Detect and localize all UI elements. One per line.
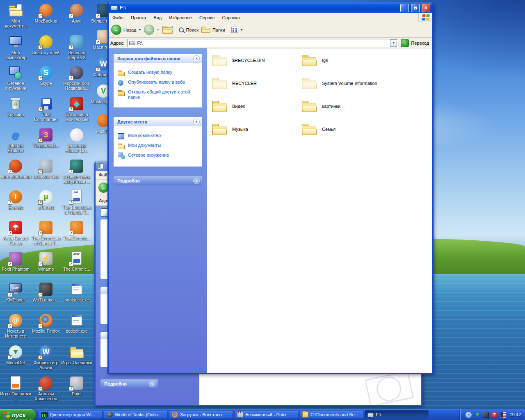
desktop-icon-serdtse-tmy[interactable]: ↗Сердце тьмы. Запретный ... xyxy=(61,159,92,184)
desktop-icon-zov-dzhunglej[interactable]: ↗Зов джунглей xyxy=(30,35,62,55)
taskbar-button[interactable]: Диспетчер задач Wi... xyxy=(39,410,103,419)
desktop-icon-chronic-mkv[interactable]: .mkv↗The.Chronic... xyxy=(61,251,92,272)
desktop-icon-winamp[interactable]: ⚡↗Winamp xyxy=(30,251,62,272)
task-link[interactable]: Открыть общий доступ к этой папке xyxy=(118,89,200,100)
taskbar-button[interactable]: C:\Documents and Se... xyxy=(299,410,363,419)
forward-button[interactable]: → ▼ xyxy=(144,25,159,35)
close-button[interactable]: × xyxy=(422,4,430,12)
panel-header[interactable]: Другие места∧ xyxy=(114,117,202,126)
desktop-icon-almazy-khameleona[interactable]: ↗Алмазы Хамелеона xyxy=(30,376,62,401)
clock[interactable]: 19:42 xyxy=(509,412,521,417)
task-link[interactable]: Опубликовать папку в вебе xyxy=(118,80,200,86)
desktop-icon-avira-control-center[interactable]: ☂↗Avira Control Center xyxy=(0,221,31,246)
desktop-icon-mozilla-firefox[interactable]: ↗Mozilla Firefox xyxy=(30,313,62,333)
desktop-icon-label: Total Commander xyxy=(30,112,62,122)
search-button[interactable]: Поиск xyxy=(179,27,198,32)
menu-item[interactable]: Правка xyxy=(127,14,150,21)
share-folder-icon xyxy=(118,89,125,96)
app-tray-icon[interactable] xyxy=(483,412,489,418)
details-panel-header[interactable]: Подробно ∨ xyxy=(100,379,158,388)
desktop-icon-recycle-bin[interactable]: ♻Корзина xyxy=(0,97,31,117)
games-odevalki-folder-icon xyxy=(70,346,84,359)
maximize-button[interactable] xyxy=(411,4,420,12)
taskbar-button[interactable]: Загрузка - Восстано... xyxy=(169,410,233,419)
go-button[interactable]: → Переход xyxy=(401,39,431,47)
up-button[interactable]: ↑ xyxy=(162,25,173,34)
desktop-icon-nero-startsmart[interactable]: ↗Nero StartSmart xyxy=(0,159,31,179)
task-link[interactable]: Создать новую папку xyxy=(118,70,200,76)
folder-item[interactable]: Igri xyxy=(301,52,390,68)
panel-header[interactable]: Задачи для файлов и папок∧ xyxy=(114,54,202,63)
menu-item[interactable]: Избранное xyxy=(165,14,196,21)
desktop-icon-mozbackup[interactable]: ↗MozBackup xyxy=(30,3,62,23)
avira-tray-icon[interactable]: ☂ xyxy=(491,412,498,418)
desktop-icon-internet-explorer[interactable]: eInternet Explorer xyxy=(0,128,31,153)
views-button[interactable]: ▼ xyxy=(231,27,243,33)
desktop-icon-chronic-installer[interactable]: ↗The.Chronic... xyxy=(61,221,92,241)
taskbar-button[interactable]: F:\ xyxy=(365,410,429,419)
menu-item[interactable]: Файл xyxy=(109,14,127,21)
address-input[interactable]: F:\ ▼ xyxy=(127,39,399,47)
desktop-icon-alawar-games-factory[interactable]: W↗Фабрика игр Alawar xyxy=(30,345,62,370)
desktop-icon-narnia-installer[interactable]: ↗The Chronicles of Narnia T... xyxy=(30,221,62,246)
start-button[interactable]: пуск xyxy=(0,409,36,420)
desktop-icon-network-places[interactable]: Сетевое окружение xyxy=(0,66,31,91)
desktop-icon-uninstall-tool[interactable]: ↗Uninstall Tool xyxy=(30,159,62,179)
desktop-icon-kmplayer[interactable]: KMP↗KMPlayer xyxy=(0,282,31,302)
folder-item[interactable]: Музыка xyxy=(212,121,300,137)
desktop-icon-games-odevalki-file[interactable]: Игры Одевалки ... xyxy=(0,376,31,401)
desktop-icon-my-computer[interactable]: Мой компьютер xyxy=(0,35,31,60)
shortcut-arrow-icon: ↗ xyxy=(38,107,43,112)
desktop-icon-foxit-phantom[interactable]: ↗Foxit Phantom xyxy=(0,251,31,272)
shortcut-arrow-icon: ↗ xyxy=(69,262,73,266)
folder-item[interactable]: System Volume Information xyxy=(301,75,390,91)
my-computer-icon xyxy=(118,133,125,139)
taskbar-button[interactable]: Безымянный - Paint xyxy=(234,410,298,419)
desktop-icon-narnia-avi[interactable]: .avi↗The Chronicles of Narnia T... xyxy=(61,190,92,215)
minimize-button[interactable]: _ xyxy=(400,4,409,12)
desktop-icon-label: bcdedit.exe xyxy=(61,329,92,333)
menu-item[interactable]: Вид xyxy=(150,14,165,21)
desktop-icon-bcdedit-exe[interactable]: bcdedit.exe xyxy=(61,313,92,333)
desktop-icon-total-commander[interactable]: ↗Total Commander xyxy=(30,97,62,122)
desktop-icon-utorrent[interactable]: µ↗uTorrent xyxy=(30,190,62,210)
explorer-window[interactable]: F:\ _ × ФайлПравкаВидИзбранноеСервисСпра… xyxy=(107,2,434,374)
desktop-icon-treasures-of-montezuma[interactable]: 3↗TreasuresO... xyxy=(30,128,62,148)
desktop-icon-wot-launcher[interactable]: ↗WoTLaunch... xyxy=(30,282,62,302)
desktop-icon-bootsect-exe[interactable]: bootsect.exe xyxy=(61,282,92,302)
chevron-up-icon[interactable]: ∧ xyxy=(193,55,200,62)
menu-item[interactable]: Справка xyxy=(219,14,244,21)
folder-item[interactable]: RECYCLER xyxy=(212,75,300,91)
taskbar-button[interactable]: World of Tanks (Onlin... xyxy=(104,410,168,419)
back-button[interactable]: ← Назад ▼ xyxy=(111,25,141,35)
chevron-up-icon[interactable]: ∧ xyxy=(193,119,200,125)
task-link[interactable]: Мои документы xyxy=(118,143,200,149)
folders-button[interactable]: Папки xyxy=(201,26,225,34)
views-dropdown-icon[interactable]: ▼ xyxy=(240,28,243,31)
desktop-icon-label: Искать в Интернете xyxy=(0,329,31,338)
folder-item[interactable]: картинки xyxy=(301,98,390,114)
folder-item[interactable]: Видео xyxy=(212,98,300,114)
panel-body: Создать новую папкуОпубликовать папку в … xyxy=(114,63,202,107)
folder-item[interactable]: $RECYCLE.BIN xyxy=(212,52,300,68)
back-dropdown-icon[interactable]: ▼ xyxy=(139,28,142,31)
address-dropdown-button[interactable]: ▼ xyxy=(390,39,397,47)
folder-item[interactable]: Семья xyxy=(301,121,390,137)
tray-collapse-icon[interactable]: ‹ xyxy=(466,412,472,418)
desktop-icon-games-odevalki-folder[interactable]: Игры Одевалки ... xyxy=(61,345,92,370)
task-link[interactable]: Сетевое окружение xyxy=(118,153,200,159)
mediaget-tray-icon[interactable]: ▼ xyxy=(474,412,480,418)
chevron-down-icon[interactable]: ∨ xyxy=(149,381,155,387)
panel-header[interactable]: Подробно∨ xyxy=(114,176,202,185)
titlebar[interactable]: F:\ _ × xyxy=(109,2,432,13)
chevron-down-icon[interactable]: ∨ xyxy=(193,178,200,184)
desktop-icon-my-documents[interactable]: Мои документы xyxy=(0,3,31,28)
desktop-icon-skype[interactable]: S↗Skype xyxy=(30,66,62,86)
desktop-icon-paint[interactable]: ↗Paint xyxy=(61,376,92,396)
language-flag-icon[interactable] xyxy=(500,412,506,418)
desktop-icon-everest[interactable]: i↗Everest xyxy=(0,190,31,210)
task-link[interactable]: Мой компьютер xyxy=(118,133,200,139)
desktop-icon-mediaget[interactable]: ▼↗MediaGet xyxy=(0,345,31,365)
menu-item[interactable]: Сервис xyxy=(196,14,219,21)
desktop-icon-web-search[interactable]: @↗Искать в Интернете xyxy=(0,313,31,338)
